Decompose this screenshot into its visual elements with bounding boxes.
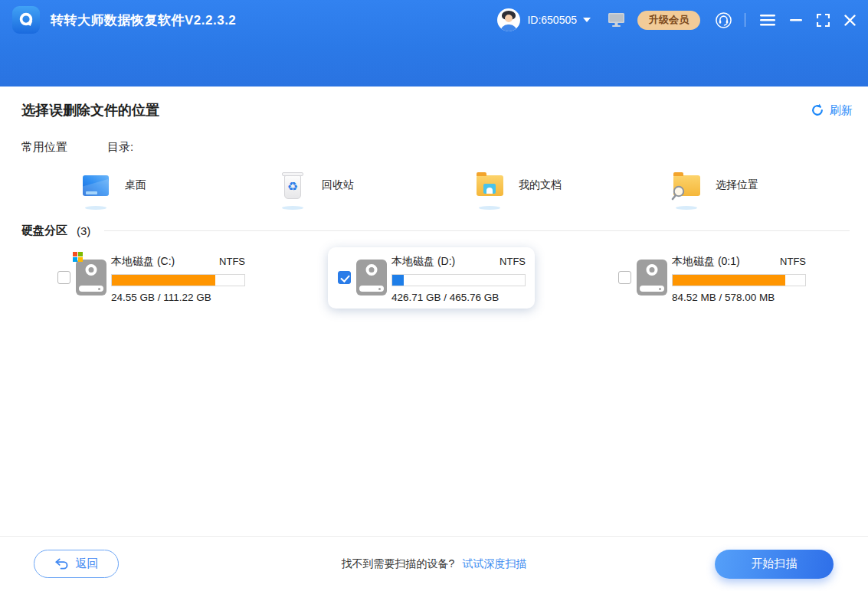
app-window: 转转大师数据恢复软件V2.2.3.2 ID:650505 — [0, 0, 868, 591]
refresh-label: 刷新 — [830, 103, 853, 118]
location-desktop[interactable]: 桌面 — [80, 170, 277, 201]
app-logo-icon — [12, 6, 40, 34]
disk-info: 本地磁盘 (D:) NTFS 426.71 GB / 465.76 GB — [391, 255, 526, 303]
common-locations-label: 常用位置 — [21, 140, 107, 155]
disk-row-0-1[interactable]: 本地磁盘 (0:1) NTFS 84.52 MB / 578.00 MB — [608, 247, 815, 309]
disk-usage-bar — [391, 274, 526, 286]
documents-folder-icon — [474, 170, 505, 201]
disk-name: 本地磁盘 (D:) — [391, 255, 455, 269]
minimize-icon[interactable] — [790, 19, 802, 21]
disk-checkbox[interactable] — [338, 271, 351, 284]
chevron-down-icon[interactable] — [583, 18, 591, 22]
partitions-label: 硬盘分区 — [21, 224, 67, 238]
disk-usage-fill — [112, 275, 215, 286]
directory-label: 目录: — [107, 140, 133, 155]
avatar[interactable] — [497, 8, 520, 31]
disk-filesystem: NTFS — [219, 256, 245, 267]
hard-disk-icon — [76, 260, 106, 296]
disk-capacity: 426.71 GB / 465.76 GB — [391, 292, 526, 303]
menu-icon[interactable] — [760, 15, 775, 26]
deep-scan-hint: 找不到需要扫描的设备? 试试深度扫描 — [342, 557, 527, 571]
refresh-button[interactable]: 刷新 — [811, 103, 853, 118]
upgrade-member-button[interactable]: 升级会员 — [637, 11, 700, 30]
folder-search-icon — [671, 170, 702, 201]
start-scan-button[interactable]: 开始扫描 — [715, 550, 834, 579]
location-label: 桌面 — [125, 178, 146, 192]
avatar-face — [505, 15, 513, 22]
avatar-body — [500, 24, 517, 31]
common-locations: 桌面 ♻ 回收站 我的文档 — [0, 170, 868, 201]
location-label: 我的文档 — [519, 178, 562, 192]
refresh-icon — [811, 103, 824, 117]
disk-usage-bar — [672, 274, 806, 286]
disk-capacity: 84.52 MB / 578.00 MB — [672, 292, 806, 303]
app-title: 转转大师数据恢复软件V2.2.3.2 — [51, 11, 236, 29]
user-id: ID:650505 — [527, 14, 577, 26]
location-my-documents[interactable]: 我的文档 — [474, 170, 671, 201]
titlebar: 转转大师数据恢复软件V2.2.3.2 ID:650505 — [0, 0, 868, 87]
back-button[interactable]: 返回 — [34, 550, 119, 578]
page-title: 选择误删除文件的位置 — [21, 101, 159, 119]
customer-service-icon[interactable] — [715, 11, 732, 29]
titlebar-divider — [745, 13, 745, 27]
titlebar-right: ID:650505 升级会员 — [497, 8, 856, 31]
disk-name: 本地磁盘 (C:) — [111, 255, 175, 269]
disk-info: 本地磁盘 (C:) NTFS 24.55 GB / 111.22 GB — [111, 255, 245, 303]
footer-bar: 返回 找不到需要扫描的设备? 试试深度扫描 开始扫描 — [0, 536, 868, 591]
disk-usage-bar — [111, 274, 245, 286]
recycle-bin-icon: ♻ — [277, 170, 308, 201]
deep-scan-link[interactable]: 试试深度扫描 — [462, 557, 526, 571]
location-recycle-bin[interactable]: ♻ 回收站 — [277, 170, 474, 201]
location-label: 回收站 — [322, 178, 354, 192]
location-label: 选择位置 — [716, 178, 758, 192]
hard-disk-icon — [637, 260, 667, 296]
windows-logo-icon — [73, 252, 83, 262]
undo-arrow-icon — [54, 558, 69, 570]
maximize-icon[interactable] — [817, 14, 830, 27]
disk-capacity: 24.55 GB / 111.22 GB — [111, 292, 245, 303]
close-icon[interactable] — [844, 15, 856, 26]
titlebar-row: 转转大师数据恢复软件V2.2.3.2 ID:650505 — [0, 0, 868, 40]
disk-usage-fill — [673, 275, 785, 286]
divider — [104, 230, 850, 231]
disk-checkbox[interactable] — [57, 271, 70, 284]
disk-name: 本地磁盘 (0:1) — [672, 255, 740, 269]
disk-filesystem: NTFS — [500, 256, 526, 267]
location-choose-path[interactable]: 选择位置 — [671, 170, 868, 201]
disk-usage-fill — [392, 275, 404, 286]
back-label: 返回 — [76, 557, 99, 571]
disk-row-c[interactable]: 本地磁盘 (C:) NTFS 24.55 GB / 111.22 GB — [47, 247, 254, 309]
main-content: 选择误删除文件的位置 刷新 常用位置 目录: 桌面 — [0, 87, 868, 536]
partitions-count: (3) — [77, 224, 90, 237]
disk-checkbox[interactable] — [618, 271, 631, 284]
disk-info: 本地磁盘 (0:1) NTFS 84.52 MB / 578.00 MB — [672, 255, 806, 303]
hint-text: 找不到需要扫描的设备? — [342, 557, 455, 571]
screen-monitor-icon[interactable] — [608, 12, 625, 28]
disk-row-d[interactable]: 本地磁盘 (D:) NTFS 426.71 GB / 465.76 GB — [328, 247, 535, 309]
hard-disk-icon — [356, 260, 387, 296]
disk-filesystem: NTFS — [780, 256, 806, 267]
disk-list: 本地磁盘 (C:) NTFS 24.55 GB / 111.22 GB — [0, 247, 868, 324]
desktop-icon — [80, 170, 111, 201]
